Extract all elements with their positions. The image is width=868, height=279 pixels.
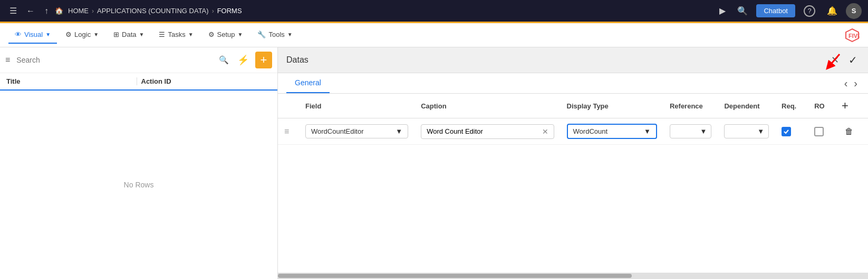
ro-checkbox[interactable] — [814, 127, 824, 136]
prev-button[interactable]: ‹ — [842, 76, 850, 91]
dependent-dropdown[interactable]: ▼ — [724, 124, 769, 138]
left-panel-header: Title Action ID — [0, 73, 277, 91]
nav-right: ▶ 🔍 Chatbot ? 🔔 S — [716, 3, 862, 19]
field-dropdown[interactable]: WordCountEditor ▼ — [305, 124, 408, 138]
th-caption: Caption — [414, 94, 560, 118]
caption-input-wrap: ✕ — [421, 124, 554, 139]
table-header-row: Field Caption Display Type Reference Dep… — [278, 94, 868, 118]
help-button[interactable]: ? — [801, 3, 818, 19]
add-button[interactable]: + — [255, 52, 272, 68]
dep-caret: ▼ — [757, 127, 764, 135]
back-button[interactable]: ← — [23, 4, 38, 18]
display-type-dropdown[interactable]: WordCount ▼ — [567, 124, 657, 139]
help-icon: ? — [804, 5, 815, 17]
search-button[interactable]: 🔍 — [219, 55, 229, 65]
user-avatar[interactable]: S — [846, 3, 862, 19]
check-icon: ✓ — [848, 54, 857, 66]
close-button[interactable]: ✕ — [829, 53, 841, 67]
table-row: ≡ WordCountEditor ▼ ✕ — [278, 118, 868, 145]
next-button[interactable]: › — [852, 76, 860, 91]
right-panel: Datas ✕ ✓ General — [278, 47, 868, 279]
breadcrumb-forms: FORMS — [217, 7, 242, 15]
confirm-button[interactable]: ✓ — [846, 53, 860, 67]
caption-cell: ✕ — [414, 118, 560, 145]
panel-nav: ‹ › — [842, 76, 860, 91]
left-menu-icon: ≡ — [5, 55, 10, 65]
field-value: WordCountEditor — [311, 127, 363, 135]
ro-cell — [808, 118, 835, 145]
nav-search-button[interactable]: 🔍 — [734, 4, 751, 18]
toolbar: 👁 Visual ▼ ⚙ Logic ▼ ⊞ Data ▼ ☰ Tasks ▼ … — [0, 23, 868, 47]
th-req: Req. — [775, 94, 808, 118]
display-type-caret: ▼ — [644, 127, 651, 135]
play-icon: ▶ — [719, 6, 726, 16]
data-table-wrap: Field Caption Display Type Reference Dep… — [278, 94, 868, 273]
th-ro: RO — [808, 94, 835, 118]
five-logo-icon: FIVE — [845, 28, 860, 43]
setup-caret: ▼ — [238, 32, 243, 37]
drag-cell: ≡ — [278, 118, 299, 145]
right-panel-header: Datas ✕ ✓ — [278, 47, 868, 73]
left-panel: ≡ 🔍 ⚡ + Title Action ID No Rows — [0, 47, 278, 279]
home-icon: 🏠 — [55, 7, 63, 15]
breadcrumb-sep2: › — [212, 7, 214, 15]
drag-handle-icon[interactable]: ≡ — [284, 127, 289, 136]
setup-icon: ⚙ — [208, 31, 215, 38]
right-panel-tabs: General ‹ › — [278, 73, 868, 94]
dependent-cell: ▼ — [718, 118, 775, 145]
th-field: Field — [299, 94, 414, 118]
bell-icon: 🔔 — [827, 6, 837, 16]
breadcrumb-apps[interactable]: APPLICATIONS (COUNTING DATA) — [97, 7, 209, 15]
menu-button[interactable]: ☰ — [6, 4, 20, 18]
logic-icon: ⚙ — [65, 31, 72, 38]
horizontal-scrollbar[interactable] — [278, 273, 868, 279]
tab-data[interactable]: ⊞ Data ▼ — [107, 26, 150, 44]
caption-input[interactable] — [427, 127, 538, 135]
th-add: + — [835, 94, 868, 118]
eye-icon: 👁 — [15, 31, 22, 38]
left-toolbar: ≡ 🔍 ⚡ + — [0, 47, 277, 73]
th-drag — [278, 94, 299, 118]
reference-dropdown[interactable]: ▼ — [670, 124, 711, 138]
tasks-icon: ☰ — [159, 31, 165, 38]
tab-general[interactable]: General — [286, 73, 330, 93]
tab-visual[interactable]: 👁 Visual ▼ — [8, 26, 57, 44]
bell-button[interactable]: 🔔 — [824, 4, 841, 18]
tab-tools[interactable]: 🔧 Tools ▼ — [251, 26, 298, 44]
tab-logic[interactable]: ⚙ Logic ▼ — [59, 26, 105, 44]
req-checkbox[interactable] — [782, 127, 791, 136]
breadcrumb: 🏠 HOME › APPLICATIONS (COUNTING DATA) › … — [55, 7, 242, 15]
close-icon: ✕ — [831, 55, 839, 65]
breadcrumb-home[interactable]: HOME — [68, 7, 89, 15]
play-button[interactable]: ▶ — [716, 4, 729, 18]
caption-clear-button[interactable]: ✕ — [542, 127, 548, 136]
svg-text:FIVE: FIVE — [848, 33, 860, 39]
field-dropdown-caret: ▼ — [396, 127, 402, 135]
top-nav: ☰ ← ↑ 🏠 HOME › APPLICATIONS (COUNTING DA… — [0, 0, 868, 23]
req-cell — [775, 118, 808, 145]
flash-icon[interactable]: ⚡ — [235, 52, 251, 68]
breadcrumb-sep1: › — [92, 7, 94, 15]
tab-tasks[interactable]: ☰ Tasks ▼ — [152, 26, 199, 44]
tab-setup[interactable]: ⚙ Setup ▼ — [202, 26, 249, 44]
back-icon: ← — [26, 6, 35, 16]
add-col-button[interactable]: + — [842, 99, 848, 113]
search-icon: 🔍 — [219, 55, 229, 64]
visual-caret: ▼ — [45, 32, 51, 37]
ref-caret: ▼ — [700, 127, 707, 135]
up-button[interactable]: ↑ — [41, 4, 52, 18]
search-input[interactable] — [14, 54, 231, 66]
main-content: ≡ 🔍 ⚡ + Title Action ID No Rows Datas ✕ — [0, 47, 868, 279]
tools-icon: 🔧 — [257, 31, 266, 38]
tools-caret: ▼ — [287, 32, 293, 37]
left-panel-body: No Rows — [0, 91, 277, 279]
display-type-value: WordCount — [573, 127, 608, 135]
tasks-caret: ▼ — [188, 32, 194, 37]
display-type-cell: WordCount ▼ — [561, 118, 663, 145]
panel-actions: ✕ ✓ — [829, 53, 860, 67]
chatbot-button[interactable]: Chatbot — [756, 4, 795, 17]
search-wrap: 🔍 — [14, 54, 231, 66]
no-rows-label: No Rows — [124, 181, 154, 189]
five-logo: FIVE — [845, 28, 860, 43]
delete-row-button[interactable]: 🗑 — [842, 126, 856, 137]
